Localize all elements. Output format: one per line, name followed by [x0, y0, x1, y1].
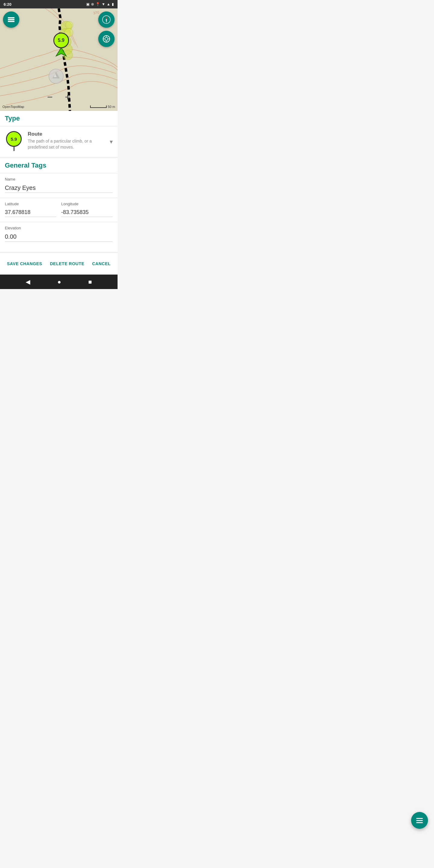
general-tags-title: General Tags	[5, 161, 46, 169]
map-attribution: OpenTopoMap	[2, 105, 24, 108]
type-header: Type	[0, 111, 118, 126]
latitude-label: Latitude	[5, 202, 56, 206]
svg-point-8	[66, 22, 73, 29]
compass-button[interactable]	[98, 11, 115, 28]
type-name: Route	[28, 131, 105, 137]
type-icon-stem	[13, 147, 14, 151]
longitude-field: Longitude	[61, 202, 113, 217]
target-icon	[102, 35, 110, 43]
longitude-label: Longitude	[61, 202, 113, 206]
latitude-field: Latitude	[5, 202, 56, 217]
scale-label: 50 m	[108, 105, 115, 108]
home-button[interactable]: ●	[57, 278, 61, 285]
scale-bar: 50 m	[90, 105, 115, 108]
elevation-input[interactable]	[5, 232, 113, 242]
scale-line	[90, 105, 107, 108]
action-bar: SAVE CHANGES DELETE ROUTE CANCEL	[0, 253, 118, 275]
type-info: Route The path of a particular climb, or…	[28, 131, 105, 150]
delete-route-button[interactable]: DELETE ROUTE	[46, 259, 88, 269]
zoom-in-button[interactable]: +	[65, 92, 70, 102]
signal-icon: ▲	[107, 2, 110, 6]
svg-marker-13	[106, 20, 107, 23]
recent-button[interactable]: ■	[88, 278, 92, 285]
latlon-row: Latitude Longitude	[0, 198, 118, 222]
name-field-group: Name	[0, 173, 118, 198]
svg-point-14	[106, 19, 107, 20]
svg-marker-21	[56, 48, 66, 56]
layers-button[interactable]	[3, 11, 19, 28]
cancel-button[interactable]: CANCEL	[89, 259, 114, 269]
nav-bar: ◀ ● ■	[0, 275, 118, 289]
wifi-icon: ▼	[101, 2, 105, 6]
longitude-input[interactable]	[61, 208, 113, 217]
zoom-out-button[interactable]: −	[47, 92, 53, 102]
map-container[interactable]: 370 5.9	[0, 8, 118, 111]
back-button[interactable]: ◀	[26, 278, 30, 285]
location-button[interactable]	[98, 31, 115, 47]
zoom-controls: − +	[47, 92, 70, 102]
status-bar: 6:20 ▣ ⊗ 📍 ▼ ▲ ▮	[0, 0, 118, 8]
save-changes-button[interactable]: SAVE CHANGES	[3, 259, 46, 269]
svg-point-16	[105, 37, 108, 40]
type-section: Type 5.9 Route The path of a particular …	[0, 111, 118, 157]
battery-icon: ▮	[112, 2, 114, 6]
elevation-field-group: Elevation	[0, 222, 118, 243]
elevation-label: Elevation	[5, 226, 113, 230]
type-title: Type	[5, 115, 20, 122]
general-tags-section: General Tags Name Latitude Longitude Ele…	[0, 158, 118, 252]
status-time: 6:20	[4, 2, 11, 7]
name-input[interactable]	[5, 183, 113, 193]
type-icon: 5.9	[5, 131, 23, 152]
location-icon: 📍	[96, 2, 100, 6]
sim-card-icon: ▣	[86, 2, 90, 6]
type-description: The path of a particular climb, or a pre…	[28, 138, 105, 150]
status-icons: ▣ ⊗ 📍 ▼ ▲ ▮	[86, 2, 114, 6]
layers-icon	[8, 17, 14, 22]
latitude-input[interactable]	[5, 208, 56, 217]
svg-marker-12	[106, 16, 107, 19]
route-marker: 5.9	[53, 33, 69, 58]
type-icon-circle: 5.9	[6, 131, 22, 147]
do-not-disturb-icon: ⊗	[91, 2, 94, 6]
name-label: Name	[5, 177, 113, 181]
general-tags-header: General Tags	[0, 158, 118, 173]
chevron-down-icon[interactable]: ▾	[110, 138, 113, 145]
compass-icon	[102, 15, 111, 24]
marker-circle: 5.9	[53, 33, 69, 48]
type-selector[interactable]: 5.9 Route The path of a particular climb…	[0, 126, 118, 157]
route-arrow	[54, 47, 69, 58]
